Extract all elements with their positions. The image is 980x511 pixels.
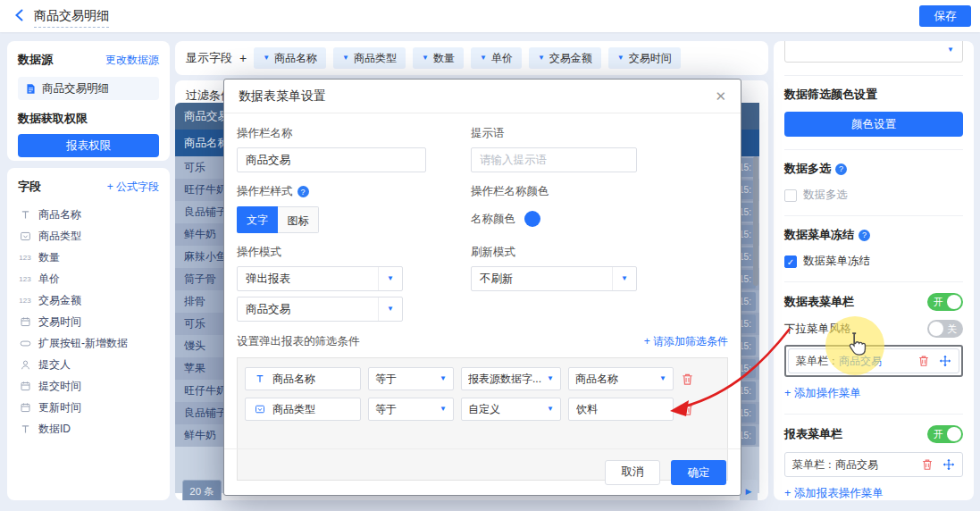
condition-operator-select[interactable]: 等于▼ [368, 398, 454, 421]
table-menu-item[interactable]: 菜单栏：商品交易 [788, 348, 959, 373]
tip-input[interactable] [471, 147, 637, 172]
style-icon-option[interactable]: 图标 [278, 206, 319, 233]
dropdown-style-toggle[interactable]: 关 [927, 320, 963, 338]
condition-field[interactable]: 商品类型 [245, 398, 361, 421]
bar-style-label: 操作栏样式 [237, 184, 293, 199]
divider [784, 281, 963, 282]
chevron-down-icon: ▼ [263, 54, 270, 62]
trash-icon[interactable] [681, 373, 694, 386]
back-icon[interactable] [13, 8, 27, 22]
field-item[interactable]: 商品类型 [18, 225, 159, 247]
field-chip[interactable]: ▼交易时间 [608, 47, 681, 69]
table-scrollbar[interactable] [753, 156, 758, 286]
select-icon [18, 229, 32, 243]
field-item[interactable]: 123单价 [18, 268, 159, 289]
move-icon[interactable] [939, 355, 951, 367]
menu-freeze-label: 数据菜单冻结 [803, 254, 870, 269]
style-select[interactable]: ▼ [784, 41, 963, 63]
field-item[interactable]: 更新时间 [18, 397, 159, 418]
next-page-button[interactable]: ▶ [740, 480, 758, 500]
condition-operator-select[interactable]: 等于▼ [368, 367, 454, 390]
datasource-item-label: 商品交易明细 [42, 81, 109, 96]
field-chip[interactable]: ▼交易金额 [529, 47, 601, 69]
chevron-down-icon: ▼ [342, 54, 349, 62]
divider [784, 215, 963, 216]
field-chip[interactable]: ▼单价 [471, 47, 522, 69]
text-icon [18, 422, 32, 436]
add-field-button[interactable]: + [239, 51, 247, 65]
calendar-icon [18, 400, 32, 415]
cancel-button[interactable]: 取消 [605, 460, 660, 485]
condition-source-select[interactable]: 报表源数据字...▼ [461, 367, 561, 390]
field-item[interactable]: 数据ID [18, 418, 159, 440]
help-icon[interactable]: ? [835, 163, 847, 175]
chevron-down-icon: ▼ [947, 46, 954, 54]
trash-icon[interactable] [917, 355, 930, 367]
multi-select-row[interactable]: 数据多选 [784, 188, 963, 203]
add-action-menu-link[interactable]: + 添加操作菜单 [784, 386, 963, 401]
action-mode-label: 操作模式 [237, 245, 460, 260]
toggle-knob [947, 295, 961, 309]
chevron-down-icon: ▼ [435, 375, 447, 382]
help-icon[interactable]: ? [297, 186, 309, 197]
report-menu-item[interactable]: 菜单栏：商品交易 [784, 452, 963, 477]
action-mode-select[interactable]: 弹出报表▼ [237, 266, 403, 291]
style-text-option[interactable]: 文字 [237, 206, 278, 233]
bar-name-color-label: 操作栏名称颜色 [471, 184, 649, 199]
permission-title: 数据获取权限 [18, 111, 159, 127]
toggle-knob [929, 322, 943, 336]
field-item[interactable]: 提交人 [18, 354, 159, 375]
add-report-menu-link[interactable]: + 添加报表操作菜单 [784, 486, 963, 500]
trash-icon[interactable] [681, 403, 694, 416]
checkbox-checked[interactable]: ✓ [784, 256, 797, 268]
report-permission-button[interactable]: 报表权限 [18, 134, 159, 157]
move-icon[interactable] [942, 458, 955, 471]
menu-freeze-row[interactable]: ✓数据菜单冻结 [784, 254, 963, 269]
add-filter-condition-link[interactable]: + 请添加筛选条件 [644, 334, 728, 349]
datasource-title: 数据源 [18, 52, 53, 68]
color-swatch[interactable] [524, 211, 540, 227]
divider [784, 75, 963, 76]
fields-panel: 字段 + 公式字段 商品名称 商品类型 123数量 123单价 123交易金额 … [7, 168, 170, 500]
field-item[interactable]: 交易时间 [18, 311, 159, 332]
field-item[interactable]: 扩展按钮-新增数据 [18, 332, 159, 354]
close-icon[interactable]: ✕ [715, 88, 726, 105]
color-settings-title: 数据筛选颜色设置 [784, 87, 877, 103]
help-icon[interactable]: ? [859, 230, 870, 241]
number-icon: 123 [18, 250, 32, 264]
chevron-down-icon: ▼ [542, 375, 554, 382]
app-window: 商品交易明细 保存 数据源 更改数据源 商品交易明细 数据获取权限 报表权限 字… [0, 0, 980, 511]
dialog-title: 数据表菜单设置 [239, 88, 326, 105]
field-item[interactable]: 123数量 [18, 247, 159, 268]
divider [784, 414, 963, 415]
datasource-panel: 数据源 更改数据源 商品交易明细 数据获取权限 报表权限 [7, 41, 170, 161]
change-datasource-link[interactable]: 更改数据源 [105, 53, 159, 68]
field-item[interactable]: 提交时间 [18, 375, 159, 397]
bar-name-input[interactable] [237, 147, 426, 172]
confirm-button[interactable]: 确定 [671, 460, 726, 485]
color-settings-button[interactable]: 颜色设置 [784, 112, 963, 137]
number-icon: 123 [18, 293, 32, 307]
formula-field-link[interactable]: + 公式字段 [107, 180, 159, 195]
trash-icon[interactable] [921, 458, 934, 471]
condition-value-input[interactable] [568, 398, 674, 421]
select-icon [253, 402, 267, 416]
refresh-mode-select[interactable]: 不刷新▼ [471, 266, 637, 291]
condition-field[interactable]: 商品名称 [245, 367, 361, 390]
calendar-icon [18, 379, 32, 393]
condition-source-select[interactable]: 自定义▼ [461, 398, 561, 421]
name-color-label: 名称颜色 [471, 212, 515, 227]
report-menu-toggle[interactable]: 开 [927, 425, 963, 443]
report-select[interactable]: 商品交易▼ [237, 297, 403, 322]
field-item[interactable]: 商品名称 [18, 204, 159, 225]
table-menu-toggle[interactable]: 开 [927, 293, 963, 311]
number-icon: 123 [18, 272, 32, 286]
field-chip[interactable]: ▼商品类型 [333, 47, 406, 69]
field-chip[interactable]: ▼商品名称 [254, 47, 326, 69]
datasource-item[interactable]: 商品交易明细 [18, 77, 159, 100]
field-chip[interactable]: ▼数量 [413, 47, 464, 69]
save-button[interactable]: 保存 [919, 5, 971, 27]
checkbox-unchecked[interactable] [784, 189, 797, 202]
condition-value-select[interactable]: 商品名称▼ [568, 367, 674, 390]
field-item[interactable]: 123交易金额 [18, 289, 159, 311]
